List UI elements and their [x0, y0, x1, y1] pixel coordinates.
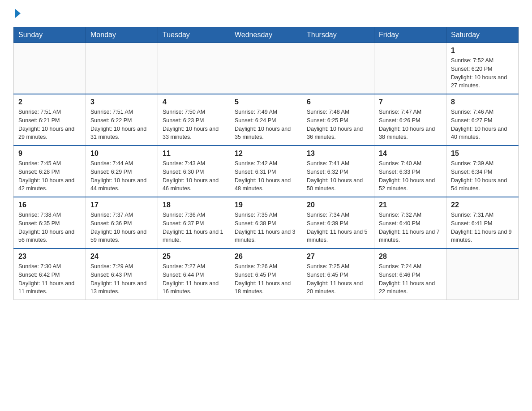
calendar-cell: 27Sunrise: 7:25 AM Sunset: 6:45 PM Dayli… — [302, 248, 374, 300]
day-number: 9 — [18, 150, 81, 158]
calendar-cell: 22Sunrise: 7:31 AM Sunset: 6:41 PM Dayli… — [446, 197, 519, 248]
day-number: 7 — [379, 98, 442, 106]
calendar-cell — [302, 43, 374, 94]
calendar-cell: 11Sunrise: 7:43 AM Sunset: 6:30 PM Dayli… — [158, 146, 230, 197]
day-info: Sunrise: 7:38 AM Sunset: 6:35 PM Dayligh… — [18, 211, 81, 244]
calendar-cell — [14, 43, 86, 94]
calendar-cell: 21Sunrise: 7:32 AM Sunset: 6:40 PM Dayli… — [374, 197, 446, 248]
day-number: 3 — [90, 98, 153, 106]
calendar-cell: 18Sunrise: 7:36 AM Sunset: 6:37 PM Dayli… — [158, 197, 230, 248]
calendar-cell: 23Sunrise: 7:30 AM Sunset: 6:42 PM Dayli… — [14, 248, 86, 300]
calendar-cell: 25Sunrise: 7:27 AM Sunset: 6:44 PM Dayli… — [158, 248, 230, 300]
day-number: 8 — [451, 98, 514, 106]
logo-arrow-icon — [15, 9, 21, 18]
calendar-cell: 15Sunrise: 7:39 AM Sunset: 6:34 PM Dayli… — [446, 146, 519, 197]
day-info: Sunrise: 7:39 AM Sunset: 6:34 PM Dayligh… — [451, 159, 514, 193]
day-number: 5 — [235, 98, 297, 106]
day-number: 26 — [235, 253, 297, 261]
calendar-cell: 6Sunrise: 7:48 AM Sunset: 6:25 PM Daylig… — [302, 94, 374, 146]
day-info: Sunrise: 7:31 AM Sunset: 6:41 PM Dayligh… — [451, 211, 514, 244]
day-info: Sunrise: 7:46 AM Sunset: 6:27 PM Dayligh… — [451, 108, 514, 141]
calendar-table: SundayMondayTuesdayWednesdayThursdayFrid… — [13, 27, 519, 300]
calendar-cell: 10Sunrise: 7:44 AM Sunset: 6:29 PM Dayli… — [86, 146, 158, 197]
week-row-4: 16Sunrise: 7:38 AM Sunset: 6:35 PM Dayli… — [14, 197, 519, 248]
calendar-cell: 3Sunrise: 7:51 AM Sunset: 6:22 PM Daylig… — [86, 94, 158, 146]
calendar-cell: 5Sunrise: 7:49 AM Sunset: 6:24 PM Daylig… — [230, 94, 302, 146]
calendar-cell: 19Sunrise: 7:35 AM Sunset: 6:38 PM Dayli… — [230, 197, 302, 248]
day-number: 19 — [235, 201, 297, 209]
day-info: Sunrise: 7:26 AM Sunset: 6:45 PM Dayligh… — [235, 262, 297, 296]
week-row-1: 1Sunrise: 7:52 AM Sunset: 6:20 PM Daylig… — [14, 43, 519, 94]
calendar-cell: 4Sunrise: 7:50 AM Sunset: 6:23 PM Daylig… — [158, 94, 230, 146]
week-row-5: 23Sunrise: 7:30 AM Sunset: 6:42 PM Dayli… — [14, 248, 519, 300]
day-number: 10 — [90, 150, 153, 158]
day-info: Sunrise: 7:27 AM Sunset: 6:44 PM Dayligh… — [163, 262, 225, 296]
calendar-cell: 12Sunrise: 7:42 AM Sunset: 6:31 PM Dayli… — [230, 146, 302, 197]
calendar-cell: 24Sunrise: 7:29 AM Sunset: 6:43 PM Dayli… — [86, 248, 158, 300]
day-number: 15 — [451, 150, 514, 158]
week-row-2: 2Sunrise: 7:51 AM Sunset: 6:21 PM Daylig… — [14, 94, 519, 146]
day-info: Sunrise: 7:49 AM Sunset: 6:24 PM Dayligh… — [235, 108, 297, 141]
day-number: 18 — [163, 201, 225, 209]
weekday-header-friday: Friday — [374, 27, 446, 43]
weekday-header-row: SundayMondayTuesdayWednesdayThursdayFrid… — [14, 27, 519, 43]
day-number: 2 — [18, 98, 81, 106]
weekday-header-monday: Monday — [86, 27, 158, 43]
day-info: Sunrise: 7:24 AM Sunset: 6:46 PM Dayligh… — [379, 262, 442, 296]
day-info: Sunrise: 7:29 AM Sunset: 6:43 PM Dayligh… — [90, 262, 153, 296]
week-row-3: 9Sunrise: 7:45 AM Sunset: 6:28 PM Daylig… — [14, 146, 519, 197]
day-info: Sunrise: 7:32 AM Sunset: 6:40 PM Dayligh… — [379, 211, 442, 244]
day-number: 12 — [235, 150, 297, 158]
day-info: Sunrise: 7:50 AM Sunset: 6:23 PM Dayligh… — [163, 108, 225, 141]
weekday-header-saturday: Saturday — [446, 27, 519, 43]
weekday-header-sunday: Sunday — [14, 27, 86, 43]
calendar-cell — [374, 43, 446, 94]
day-info: Sunrise: 7:42 AM Sunset: 6:31 PM Dayligh… — [235, 159, 297, 193]
day-number: 24 — [90, 253, 153, 261]
day-number: 1 — [451, 47, 514, 55]
calendar-cell: 14Sunrise: 7:40 AM Sunset: 6:33 PM Dayli… — [374, 146, 446, 197]
page-header — [13, 9, 519, 18]
calendar-cell: 1Sunrise: 7:52 AM Sunset: 6:20 PM Daylig… — [446, 43, 519, 94]
calendar-cell — [230, 43, 302, 94]
weekday-header-wednesday: Wednesday — [230, 27, 302, 43]
day-info: Sunrise: 7:52 AM Sunset: 6:20 PM Dayligh… — [451, 56, 514, 90]
weekday-header-thursday: Thursday — [302, 27, 374, 43]
day-number: 25 — [163, 253, 225, 261]
day-number: 22 — [451, 201, 514, 209]
day-number: 21 — [379, 201, 442, 209]
day-info: Sunrise: 7:47 AM Sunset: 6:26 PM Dayligh… — [379, 108, 442, 141]
day-info: Sunrise: 7:25 AM Sunset: 6:45 PM Dayligh… — [307, 262, 369, 296]
day-number: 23 — [18, 253, 81, 261]
calendar-cell: 7Sunrise: 7:47 AM Sunset: 6:26 PM Daylig… — [374, 94, 446, 146]
day-number: 14 — [379, 150, 442, 158]
calendar-cell: 26Sunrise: 7:26 AM Sunset: 6:45 PM Dayli… — [230, 248, 302, 300]
day-number: 11 — [163, 150, 225, 158]
day-info: Sunrise: 7:41 AM Sunset: 6:32 PM Dayligh… — [307, 159, 369, 193]
weekday-header-tuesday: Tuesday — [158, 27, 230, 43]
day-info: Sunrise: 7:30 AM Sunset: 6:42 PM Dayligh… — [18, 262, 81, 296]
day-number: 20 — [307, 201, 369, 209]
day-info: Sunrise: 7:35 AM Sunset: 6:38 PM Dayligh… — [235, 211, 297, 244]
logo — [13, 9, 21, 18]
calendar-cell: 2Sunrise: 7:51 AM Sunset: 6:21 PM Daylig… — [14, 94, 86, 146]
day-info: Sunrise: 7:36 AM Sunset: 6:37 PM Dayligh… — [163, 211, 225, 244]
calendar-cell: 20Sunrise: 7:34 AM Sunset: 6:39 PM Dayli… — [302, 197, 374, 248]
day-number: 28 — [379, 253, 442, 261]
day-info: Sunrise: 7:48 AM Sunset: 6:25 PM Dayligh… — [307, 108, 369, 141]
day-number: 13 — [307, 150, 369, 158]
calendar-cell: 9Sunrise: 7:45 AM Sunset: 6:28 PM Daylig… — [14, 146, 86, 197]
day-number: 27 — [307, 253, 369, 261]
day-number: 4 — [163, 98, 225, 106]
calendar-cell — [86, 43, 158, 94]
day-info: Sunrise: 7:37 AM Sunset: 6:36 PM Dayligh… — [90, 211, 153, 244]
calendar-cell — [446, 248, 519, 300]
calendar-cell: 28Sunrise: 7:24 AM Sunset: 6:46 PM Dayli… — [374, 248, 446, 300]
day-info: Sunrise: 7:43 AM Sunset: 6:30 PM Dayligh… — [163, 159, 225, 193]
calendar-cell: 16Sunrise: 7:38 AM Sunset: 6:35 PM Dayli… — [14, 197, 86, 248]
day-info: Sunrise: 7:40 AM Sunset: 6:33 PM Dayligh… — [379, 159, 442, 193]
calendar-cell — [158, 43, 230, 94]
day-number: 17 — [90, 201, 153, 209]
day-info: Sunrise: 7:51 AM Sunset: 6:22 PM Dayligh… — [90, 108, 153, 141]
day-info: Sunrise: 7:51 AM Sunset: 6:21 PM Dayligh… — [18, 108, 81, 141]
